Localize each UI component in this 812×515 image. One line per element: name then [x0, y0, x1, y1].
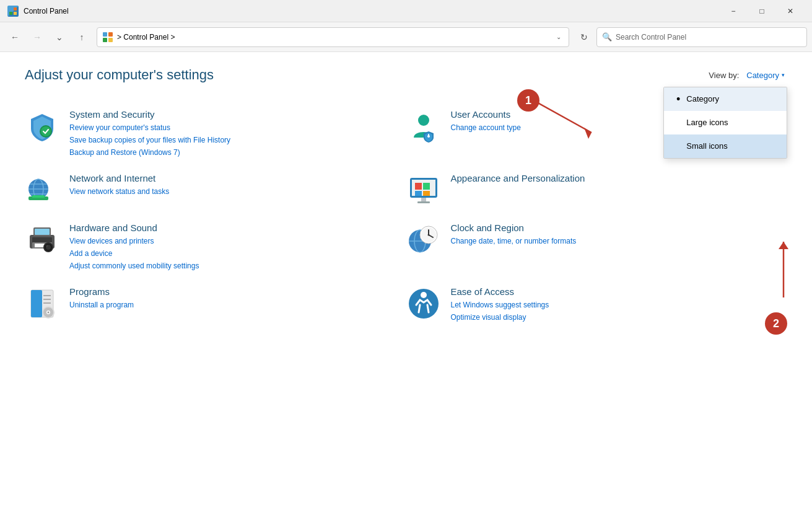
- svg-marker-61: [584, 128, 592, 139]
- dropdown-item-small-icons[interactable]: • Small icons: [664, 134, 787, 158]
- clock-icon: [406, 222, 441, 257]
- category-clock-region: Clock and Region Change date, time, or n…: [406, 215, 788, 279]
- dropdown-small-icons-label: Small icons: [686, 141, 727, 151]
- back-button[interactable]: ←: [5, 27, 25, 47]
- search-bar: 🔍: [596, 27, 807, 47]
- control-panel-icon: [102, 32, 113, 43]
- window-title: Control Panel: [24, 7, 69, 15]
- appearance-text: Appearance and Personalization: [451, 173, 788, 186]
- programs-text: Programs Uninstall a program: [69, 286, 406, 310]
- close-button[interactable]: ✕: [776, 0, 805, 22]
- svg-rect-6: [103, 38, 107, 42]
- dropdown-large-icons-label: Large icons: [686, 118, 728, 127]
- appearance-title[interactable]: Appearance and Personalization: [451, 173, 788, 183]
- app-icon: [7, 6, 19, 17]
- clock-text: Clock and Region Change date, time, or n…: [451, 222, 788, 247]
- svg-rect-4: [103, 32, 107, 37]
- hardware-link-2[interactable]: Add a device: [69, 248, 406, 259]
- dropdown-recent-button[interactable]: ⌄: [50, 27, 69, 47]
- ease-access-icon: [406, 286, 441, 321]
- user-accounts-icon: [406, 109, 441, 144]
- svg-rect-24: [415, 191, 422, 196]
- svg-line-60: [536, 102, 592, 133]
- title-bar-left: Control Panel: [7, 6, 69, 17]
- annotation-arrow-2: [771, 235, 808, 310]
- svg-rect-12: [428, 134, 429, 136]
- svg-rect-27: [417, 201, 430, 203]
- system-link-3[interactable]: Backup and Restore (Windows 7): [69, 147, 406, 158]
- network-icon: [25, 173, 59, 208]
- chevron-down-icon: ⌄: [56, 32, 63, 42]
- svg-rect-22: [415, 183, 422, 190]
- category-programs: Programs Uninstall a program: [25, 279, 406, 330]
- address-path: > Control Panel >: [117, 33, 550, 42]
- forward-button[interactable]: →: [27, 27, 47, 47]
- view-by-dropdown-button[interactable]: Category ▾: [744, 69, 787, 81]
- network-text: Network and Internet View network status…: [69, 173, 406, 197]
- ease-link-2[interactable]: Optimize visual display: [451, 312, 788, 323]
- maximize-button[interactable]: □: [748, 0, 776, 22]
- system-security-title[interactable]: System and Security: [69, 109, 406, 120]
- programs-icon: [25, 286, 59, 321]
- bullet-icon: •: [676, 94, 680, 105]
- svg-line-58: [419, 305, 420, 312]
- ease-access-title[interactable]: Ease of Access: [451, 286, 788, 297]
- view-by-container: View by: Category ▾ • Category • Large i…: [709, 69, 787, 81]
- svg-point-37: [46, 245, 48, 247]
- svg-rect-19: [32, 195, 45, 198]
- svg-rect-7: [108, 38, 113, 42]
- view-by-dropdown-menu: • Category • Large icons • Small icons: [663, 87, 787, 159]
- category-appearance: Appearance and Personalization: [406, 165, 788, 215]
- up-icon: ↑: [80, 32, 84, 42]
- forward-icon: →: [33, 32, 41, 42]
- svg-rect-2: [9, 12, 12, 15]
- svg-rect-31: [35, 229, 50, 235]
- page-title: Adjust your computer's settings: [25, 67, 214, 83]
- hardware-title[interactable]: Hardware and Sound: [69, 222, 406, 233]
- dropdown-item-category[interactable]: • Category: [664, 87, 787, 111]
- svg-point-55: [48, 312, 50, 314]
- programs-title[interactable]: Programs: [69, 286, 406, 297]
- title-bar: Control Panel − □ ✕: [0, 0, 812, 22]
- refresh-icon: ↻: [580, 32, 588, 42]
- page-header: Adjust your computer's settings View by:…: [25, 67, 787, 83]
- address-bar[interactable]: > Control Panel > ⌄: [97, 27, 569, 47]
- category-system-security: System and Security Review your computer…: [25, 102, 406, 165]
- main-content: Adjust your computer's settings View by:…: [0, 52, 812, 515]
- navigation-bar: ← → ⌄ ↑ > Control Panel > ⌄ ↻ 🔍: [0, 22, 812, 52]
- view-by-value: Category: [746, 71, 779, 80]
- system-security-icon: [25, 109, 59, 144]
- ease-access-text: Ease of Access Let Windows suggest setti…: [451, 286, 788, 323]
- clock-link-1[interactable]: Change date, time, or number formats: [451, 235, 788, 247]
- search-input[interactable]: [616, 33, 801, 42]
- network-title[interactable]: Network and Internet: [69, 173, 406, 183]
- hardware-text: Hardware and Sound View devices and prin…: [69, 222, 406, 271]
- network-link-1[interactable]: View network status and tasks: [69, 186, 406, 197]
- annotation-badge-2: 2: [765, 312, 787, 335]
- address-dropdown-button[interactable]: ⌄: [554, 32, 564, 42]
- svg-rect-48: [31, 290, 42, 317]
- hardware-link-3[interactable]: Adjust commonly used mobility settings: [69, 260, 406, 271]
- appearance-icon: [406, 173, 441, 208]
- system-link-1[interactable]: Review your computer's status: [69, 122, 406, 133]
- svg-marker-63: [779, 242, 788, 249]
- up-button[interactable]: ↑: [72, 27, 92, 47]
- system-link-2[interactable]: Save backup copies of your files with Fi…: [69, 134, 406, 146]
- refresh-button[interactable]: ↻: [574, 27, 594, 47]
- svg-rect-1: [14, 7, 17, 11]
- programs-link-1[interactable]: Uninstall a program: [69, 299, 406, 310]
- minimize-button[interactable]: −: [719, 0, 748, 22]
- clock-title[interactable]: Clock and Region: [451, 222, 788, 233]
- dropdown-arrow-icon: ▾: [782, 72, 785, 78]
- category-network-internet: Network and Internet View network status…: [25, 165, 406, 215]
- svg-rect-23: [423, 183, 430, 190]
- svg-rect-26: [421, 198, 426, 201]
- annotation-arrow-1: [536, 95, 610, 145]
- system-security-text: System and Security Review your computer…: [69, 109, 406, 158]
- svg-point-57: [421, 292, 427, 298]
- ease-link-1[interactable]: Let Windows suggest settings: [451, 299, 788, 310]
- hardware-icon: [25, 222, 59, 257]
- hardware-link-1[interactable]: View devices and printers: [69, 235, 406, 247]
- back-icon: ←: [11, 32, 19, 42]
- dropdown-item-large-icons[interactable]: • Large icons: [664, 111, 787, 134]
